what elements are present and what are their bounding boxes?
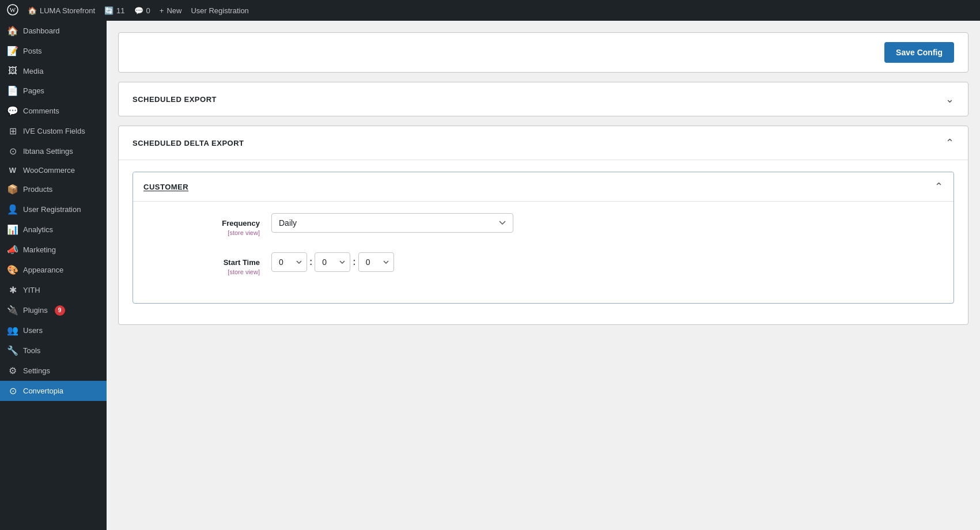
sidebar-item-media[interactable]: 🖼 Media: [0, 61, 107, 81]
scheduled-delta-export-body: CUSTOMER ⌃ Frequency [store view]: [119, 160, 968, 324]
woo-icon: W: [7, 166, 18, 175]
pages-icon: 📄: [7, 85, 18, 96]
time-colon-1: :: [309, 257, 312, 267]
frequency-control-col: Daily Weekly Monthly Never: [271, 213, 930, 233]
frequency-row: Frequency [store view] Daily Weekly Mont…: [156, 213, 930, 236]
start-time-label-col: Start Time [store view]: [156, 252, 271, 275]
updates-item[interactable]: 🔄 11: [104, 6, 124, 15]
start-time-control-col: 0123 4567 891011 12131415 16171819 20212…: [271, 252, 930, 272]
customer-accordion-body: Frequency [store view] Daily Weekly Mont…: [133, 202, 953, 303]
comment-icon: 💬: [134, 6, 143, 15]
svg-text:W: W: [10, 6, 16, 13]
sidebar-item-posts[interactable]: 📝 Posts: [0, 41, 107, 61]
time-colon-2: :: [353, 257, 355, 267]
analytics-icon: 📊: [7, 224, 18, 235]
sidebar-item-appearance[interactable]: 🎨 Appearance: [0, 260, 107, 280]
settings-icon: ⚙: [7, 365, 18, 376]
start-time-row: Start Time [store view] 0123 4567 891011: [156, 252, 930, 275]
admin-bar: W 🏠 LUMA Storefront 🔄 11 💬 0 + New User …: [0, 0, 980, 21]
save-config-row: Save Config: [118, 32, 968, 73]
ive-icon: ⊞: [7, 126, 18, 137]
sidebar-item-tools[interactable]: 🔧 Tools: [0, 340, 107, 361]
frequency-sublabel: [store view]: [156, 229, 260, 236]
tools-icon: 🔧: [7, 345, 18, 356]
sidebar-item-plugins[interactable]: 🔌 Plugins 9: [0, 300, 107, 320]
customer-accordion-title: CUSTOMER: [143, 183, 188, 191]
new-item[interactable]: + New: [160, 6, 182, 15]
scheduled-export-header[interactable]: SCHEDULED EXPORT ⌄: [119, 82, 968, 116]
comments-item[interactable]: 💬 0: [134, 6, 150, 15]
posts-icon: 📝: [7, 46, 18, 56]
time-second-select[interactable]: 0123 4567 891011 12131415 16171819 20212…: [358, 252, 394, 272]
scheduled-export-panel: SCHEDULED EXPORT ⌄: [118, 82, 968, 116]
appearance-icon: 🎨: [7, 264, 18, 275]
marketing-icon: 📣: [7, 244, 18, 255]
customer-accordion: CUSTOMER ⌃ Frequency [store view]: [133, 172, 954, 304]
ibtana-icon: ⊙: [7, 146, 18, 157]
sidebar: 🏠 Dashboard 📝 Posts 🖼 Media 📄 Pages 💬 Co…: [0, 21, 107, 530]
sidebar-item-ibtana[interactable]: ⊙ Ibtana Settings: [0, 141, 107, 161]
frequency-select[interactable]: Daily Weekly Monthly Never: [271, 213, 513, 233]
time-hour-select[interactable]: 0123 4567 891011 12131415 16171819 20212…: [271, 252, 307, 272]
users-icon: 👥: [7, 325, 18, 336]
comments-icon: 💬: [7, 105, 18, 116]
user-registration-item[interactable]: User Registration: [191, 6, 248, 15]
save-config-button[interactable]: Save Config: [884, 42, 954, 63]
scheduled-delta-export-panel: SCHEDULED DELTA EXPORT ⌃ CUSTOMER ⌃: [118, 126, 968, 325]
wp-logo-icon[interactable]: W: [7, 4, 18, 17]
plugins-badge: 9: [55, 305, 65, 316]
sidebar-item-comments[interactable]: 💬 Comments: [0, 101, 107, 121]
sidebar-item-convertopia[interactable]: ⊙ Convertopia: [0, 381, 107, 401]
scheduled-delta-export-title: SCHEDULED DELTA EXPORT: [133, 139, 244, 147]
scheduled-delta-export-header[interactable]: SCHEDULED DELTA EXPORT ⌃: [119, 126, 968, 160]
plugins-icon: 🔌: [7, 305, 18, 316]
products-icon: 📦: [7, 184, 18, 195]
sidebar-item-users[interactable]: 👥 Users: [0, 320, 107, 340]
site-name[interactable]: 🏠 LUMA Storefront: [28, 6, 95, 15]
customer-accordion-header[interactable]: CUSTOMER ⌃: [133, 172, 953, 201]
sidebar-item-analytics[interactable]: 📊 Analytics: [0, 219, 107, 240]
convertopia-icon: ⊙: [7, 385, 18, 396]
customer-accordion-chevron-up-icon: ⌃: [934, 180, 943, 193]
sidebar-item-settings[interactable]: ⚙ Settings: [0, 361, 107, 381]
start-time-sublabel: [store view]: [156, 268, 260, 275]
yith-icon: ✱: [7, 285, 18, 296]
sidebar-item-dashboard[interactable]: 🏠 Dashboard: [0, 21, 107, 41]
scheduled-export-chevron-down-icon: ⌄: [945, 93, 954, 105]
sidebar-item-marketing[interactable]: 📣 Marketing: [0, 240, 107, 260]
scheduled-export-title: SCHEDULED EXPORT: [133, 95, 217, 104]
time-minute-select[interactable]: 0123 4567 891011 12131415 16171819 20212…: [315, 252, 350, 272]
time-selects: 0123 4567 891011 12131415 16171819 20212…: [271, 252, 930, 272]
sidebar-item-pages[interactable]: 📄 Pages: [0, 81, 107, 101]
media-icon: 🖼: [7, 66, 18, 76]
content-area: Save Config SCHEDULED EXPORT ⌄ SCHEDULED…: [107, 21, 980, 530]
sidebar-item-woocommerce[interactable]: W WooCommerce: [0, 161, 107, 179]
dashboard-icon: 🏠: [7, 25, 18, 36]
scheduled-delta-export-chevron-up-icon: ⌃: [945, 137, 954, 149]
sidebar-item-yith[interactable]: ✱ YITH: [0, 280, 107, 300]
start-time-label: Start Time: [224, 258, 260, 267]
plus-icon: +: [160, 6, 164, 15]
frequency-label-col: Frequency [store view]: [156, 213, 271, 236]
updates-icon: 🔄: [104, 6, 113, 15]
sidebar-item-user-registration[interactable]: 👤 User Registration: [0, 199, 107, 219]
frequency-label: Frequency: [222, 219, 260, 228]
sidebar-item-products[interactable]: 📦 Products: [0, 179, 107, 199]
sidebar-item-ive-custom-fields[interactable]: ⊞ IVE Custom Fields: [0, 121, 107, 141]
user-reg-icon: 👤: [7, 204, 18, 215]
home-icon: 🏠: [28, 6, 37, 15]
